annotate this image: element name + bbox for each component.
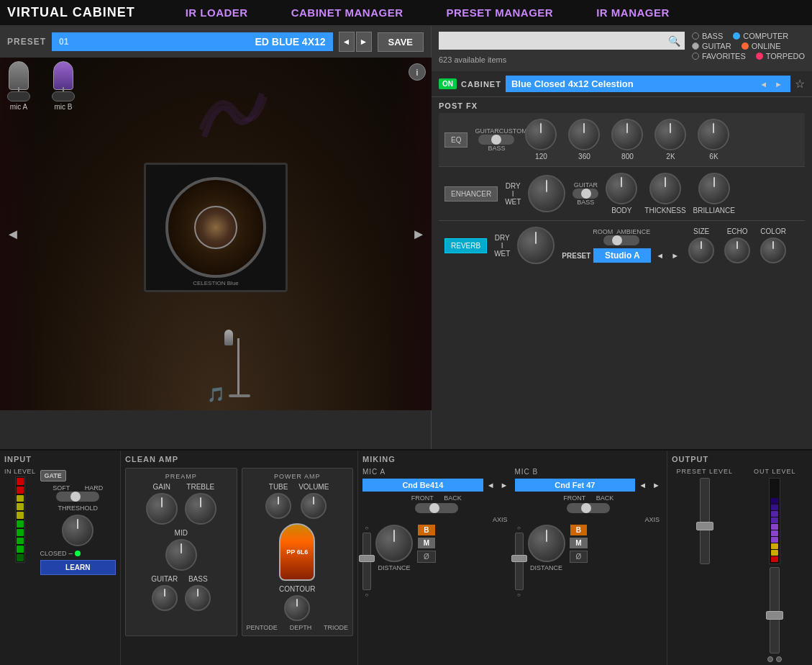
enhancer-button[interactable]: ENHANCER [444,186,498,202]
mic-b-prev[interactable]: ◄ [637,481,649,489]
threshold-knob[interactable] [62,515,93,546]
mic-b-fader-handle[interactable] [511,555,527,562]
eq-800-knob[interactable] [611,119,643,150]
mic-a-b-button[interactable]: B [418,525,434,535]
mic-b-front-back-switch[interactable] [567,503,610,513]
nav-ir-manager[interactable]: IR MANAGER [596,6,670,19]
filter-computer[interactable]: COMPUTER [733,32,788,40]
reverb-preset-value[interactable]: Studio A [593,248,651,263]
bass-knob[interactable] [185,585,211,611]
radio-favorites[interactable] [692,53,699,60]
preset-fader-track[interactable] [700,478,710,564]
nav-cabinet-manager[interactable]: CABINET MANAGER [291,6,403,19]
mic-b-b-button[interactable]: B [570,525,587,535]
radio-guitar[interactable] [692,42,699,50]
favorite-star[interactable]: ☆ [795,77,805,91]
thickness-knob[interactable] [649,173,681,204]
preset-select-display[interactable]: 01 ED BLUE 4X12 [52,32,333,51]
reverb-button[interactable]: REVERB [444,238,487,253]
eq-120-knob[interactable] [525,119,557,150]
mic-a-fader-track[interactable] [362,533,371,590]
mic-b-axis-knob[interactable] [528,525,565,562]
out-vu-purple5 [771,511,778,517]
preset-prev-button[interactable]: ◄ [339,32,355,52]
reverb-preset-label: PRESET [562,252,590,260]
cabinet-name-display[interactable]: Blue Closed 4x12 Celestion ◄ ► [506,76,790,92]
cabinet-next-arrow[interactable]: ► [411,226,426,243]
filter-torpedo[interactable]: TORPEDO [756,52,805,60]
filter-favorites[interactable]: FAVORITES [692,52,746,60]
preset-fader-handle[interactable] [696,522,713,530]
mic-b-toggle[interactable] [52,91,75,101]
guitar-knob[interactable] [152,585,178,611]
enhancer-guitar-bass: GUITAR BASS [572,181,598,206]
echo-knob[interactable] [724,238,750,263]
volume-knob[interactable] [301,493,327,519]
mic-a-prev[interactable]: ◄ [485,481,497,489]
radio-bass[interactable] [692,32,699,40]
thickness-group: THICKNESS [644,173,685,214]
contour-knob[interactable] [284,595,310,621]
cabinet-prev-arrow[interactable]: ◄ [6,226,20,243]
color-knob[interactable] [760,238,786,263]
nav-ir-loader[interactable]: IR LOADER [186,6,248,19]
save-button[interactable]: SAVE [378,32,424,52]
room-amb-toggle: ROOM AMBIENCE [562,228,681,245]
mid-knob[interactable] [165,539,197,571]
reverb-preset-next[interactable]: ► [669,251,681,260]
tuner-button[interactable]: 🎵 [207,386,225,403]
mic-b-fader-track[interactable] [515,533,524,590]
mic-b-select[interactable]: Cnd Fet 47 [515,479,636,492]
mic-b-fader-top: ○ [517,525,521,531]
enhancer-dry-wet-knob[interactable] [528,175,565,212]
body-knob[interactable] [606,173,637,204]
reverb-dry-wet-knob[interactable] [517,227,555,264]
reverb-preset-prev[interactable]: ◄ [654,251,666,260]
eq-360-knob[interactable] [568,119,600,150]
eq-2k-knob[interactable] [654,119,686,150]
gate-badge[interactable]: GATE [40,470,66,481]
info-button[interactable]: i [409,63,426,81]
learn-button[interactable]: LEARN [40,560,116,575]
out-fader-handle[interactable] [766,611,783,620]
preset-next-button[interactable]: ► [356,32,372,52]
power-amp-knobs-row1: TUBE VOLUME [247,483,349,519]
mic-a-m-button[interactable]: M [418,538,435,548]
nav-preset-manager[interactable]: PRESET MANAGER [447,6,554,19]
mic-b-axis-label: AXIS [515,516,663,523]
out-dot2[interactable] [776,656,782,662]
out-dot1[interactable] [767,656,773,662]
mic-b-next[interactable]: ► [650,481,662,489]
filter-bass[interactable]: BASS [692,32,723,40]
eq-button[interactable]: EQ [444,132,467,148]
enhancer-wet-label: WET [505,198,521,206]
search-input[interactable] [439,32,685,50]
mic-a-next[interactable]: ► [498,481,511,489]
tube-knob[interactable] [265,493,291,519]
eq-6k-knob[interactable] [698,119,729,150]
treble-knob[interactable] [185,493,216,525]
cabinet-next-btn[interactable]: ► [772,80,785,89]
mic-b-m-button[interactable]: M [570,538,587,548]
cabinet-prev-btn[interactable]: ◄ [757,80,770,89]
right-panel: 🔍 623 available items BASS COMPUTER [432,26,812,449]
soft-hard-switch[interactable] [56,492,99,502]
brilliance-knob[interactable] [698,173,730,204]
filter-online[interactable]: ONLINE [742,42,781,50]
enhancer-mode-switch[interactable] [572,189,598,199]
size-knob[interactable] [688,238,714,263]
out-fader-track[interactable] [770,567,780,653]
eq-mode-switch[interactable] [478,135,514,145]
room-amb-switch[interactable] [603,235,639,245]
eq-bass-label: BASS [488,145,505,152]
mic-a-select[interactable]: Cnd Be414 [362,479,483,492]
mic-a-toggle[interactable] [7,91,30,101]
mic-b-phase-button[interactable]: Ø [570,551,588,563]
mic-a-fader-handle[interactable] [359,555,375,562]
filter-guitar[interactable]: GUITAR [692,42,731,50]
mic-a-phase-button[interactable]: Ø [417,551,436,563]
gain-knob[interactable] [146,493,178,525]
mic-a-front-back-switch[interactable] [415,503,458,513]
on-badge[interactable]: ON [439,78,457,89]
mic-a-axis-knob[interactable] [375,525,413,562]
